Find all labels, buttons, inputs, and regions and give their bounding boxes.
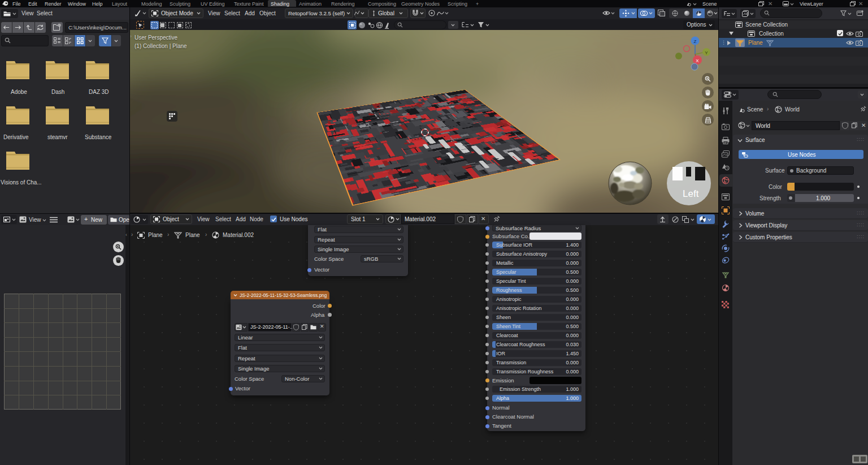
svg-text:X: X bbox=[696, 58, 699, 63]
svg-text:Y: Y bbox=[705, 50, 708, 55]
svg-text:Z: Z bbox=[694, 39, 697, 44]
